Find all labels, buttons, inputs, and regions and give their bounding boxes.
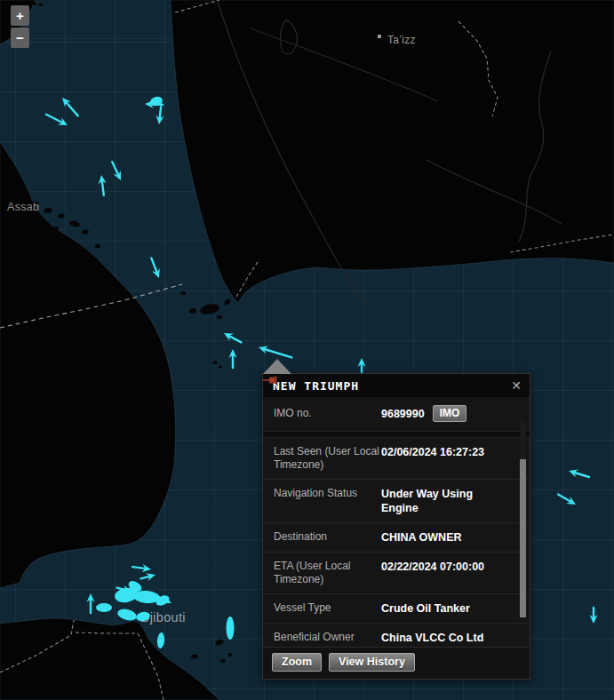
info-row-imo: IMO no. 9689990 IMO <box>263 397 530 431</box>
info-row-destination: Destination CHINA OWNER <box>263 522 530 552</box>
vessel-marker[interactable] <box>589 608 597 624</box>
vessel-marker[interactable] <box>568 467 591 481</box>
info-row-beneficial-owner: Beneficial Owner China VLCC Co Ltd <box>263 623 530 647</box>
row-separator-gap <box>263 431 530 438</box>
vessel-marker[interactable] <box>97 174 108 195</box>
info-row-eta: ETA (User Local Timezone) 02/22/2024 07:… <box>263 552 530 593</box>
last-seen-label: Last Seen (User Local Timezone) <box>274 445 381 472</box>
map-label-taizz: Ta’izz <box>387 34 416 46</box>
popup-anchor-arrow <box>263 359 291 374</box>
vessel-marker[interactable] <box>228 349 236 368</box>
vessel-marker[interactable] <box>44 111 69 129</box>
vessel-cluster-blob[interactable] <box>116 607 138 622</box>
vessel-cluster-blob[interactable] <box>227 616 235 640</box>
vessel-cluster-blob[interactable] <box>156 632 165 649</box>
destination-value: CHINA OWNER <box>381 530 506 545</box>
vessel-marker[interactable] <box>222 330 243 346</box>
info-row-nav-status: Navigation Status Under Way Using Engine <box>263 479 530 522</box>
vessel-type-label: Vessel Type <box>274 601 381 616</box>
map[interactable]: Ta’izzAssabDjibouti + − NEW TRIUMPH ✕ IM… <box>0 0 614 700</box>
vessel-info-popup: NEW TRIUMPH ✕ IMO no. 9689990 IMO L <box>262 373 530 680</box>
imo-value: 9689990 <box>381 407 425 421</box>
vessel-marker[interactable] <box>556 491 578 508</box>
popup-scrollbar-thumb[interactable] <box>520 459 526 617</box>
popup-body: IMO no. 9689990 IMO Last Seen (User Loca… <box>263 397 530 647</box>
eta-value: 02/22/2024 07:00:00 <box>381 560 506 586</box>
close-icon[interactable]: ✕ <box>505 379 522 392</box>
eta-label: ETA (User Local Timezone) <box>274 560 381 586</box>
map-zoom-controls: + − <box>11 5 29 48</box>
zoom-to-vessel-button[interactable]: Zoom <box>272 653 322 672</box>
vessel-name-title: NEW TRIUMPH <box>273 379 501 393</box>
vessel-cluster-blob[interactable] <box>96 603 112 612</box>
vessel-marker[interactable] <box>155 107 164 125</box>
vessel-marker[interactable] <box>148 257 163 280</box>
info-row-last-seen: Last Seen (User Local Timezone) 02/06/20… <box>263 438 530 479</box>
beneficial-owner-label: Beneficial Owner <box>274 631 381 645</box>
zoom-out-button[interactable]: − <box>11 28 29 48</box>
popup-scrollbar-track[interactable] <box>520 420 526 615</box>
info-row-vessel-type: Vessel Type Crude Oil Tanker <box>263 593 530 623</box>
vessel-marker[interactable] <box>132 563 152 574</box>
vessel-marker[interactable] <box>60 95 82 118</box>
popup-header: NEW TRIUMPH ✕ <box>263 374 530 397</box>
vessel-marker[interactable] <box>140 571 156 583</box>
vessel-type-value: Crude Oil Tanker <box>381 601 506 616</box>
popup-footer: Zoom View History <box>263 647 530 679</box>
view-history-button[interactable]: View History <box>329 653 415 672</box>
vessel-marker[interactable] <box>108 160 124 182</box>
last-seen-value: 02/06/2024 16:27:23 <box>381 445 506 472</box>
zoom-in-button[interactable]: + <box>11 5 29 26</box>
nav-status-label: Navigation Status <box>274 487 381 515</box>
imo-button[interactable]: IMO <box>433 405 467 422</box>
vessel-marker[interactable] <box>86 593 94 613</box>
vessel-marker[interactable] <box>357 358 365 374</box>
beneficial-owner-value: China VLCC Co Ltd <box>381 631 506 645</box>
place-dot-taizz <box>378 35 381 38</box>
map-label-assab: Assab <box>7 201 39 213</box>
imo-label: IMO no. <box>274 407 381 420</box>
destination-label: Destination <box>274 530 381 545</box>
nav-status-value: Under Way Using Engine <box>381 487 506 515</box>
